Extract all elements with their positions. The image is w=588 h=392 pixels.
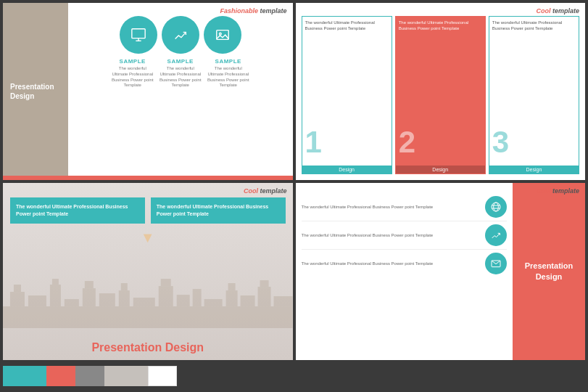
card4-right-panel: Presentation Design [513, 183, 585, 360]
card4-row2-text: The wonderful Ultimate Professional Busi… [302, 232, 481, 238]
card3-template-label: Cool template [244, 187, 287, 195]
card1-right-panel: Fashionable template [68, 3, 293, 180]
color-swatches [0, 363, 588, 389]
card1-circles [74, 16, 287, 54]
card-cool-top-right: Cool template The wonderful Ultimate Pro… [296, 3, 586, 180]
sample-col-2: SAMPLE The wonderful Ultimate Profession… [159, 58, 202, 89]
sample-desc-2: The wonderful Ultimate Professional Busi… [159, 66, 202, 89]
envelope-icon [490, 258, 502, 269]
card4-row1-text: The wonderful Ultimate Professional Busi… [302, 204, 481, 210]
swatch-lightgray [104, 366, 148, 386]
card-fashionable: Presentation Design Fashionable template [3, 3, 293, 180]
monitor-icon [131, 27, 146, 43]
card2-col3-text: The wonderful Ultimate Professional Busi… [492, 20, 576, 32]
swatch-teal [3, 366, 46, 386]
swatch-gray [75, 366, 104, 386]
card3-arrow-icon: ▼ [10, 229, 286, 246]
svg-rect-0 [132, 29, 145, 38]
card4-row3-text: The wonderful Ultimate Professional Busi… [302, 261, 481, 266]
card4-row-2: The wonderful Ultimate Professional Busi… [302, 224, 508, 250]
globe-icon [490, 201, 502, 213]
sample-desc-1: The wonderful Ultimate Professional Busi… [111, 66, 154, 89]
card3-box-2: The wonderful Ultimate Professional Busi… [151, 197, 286, 224]
main-grid: Presentation Design Fashionable template [0, 0, 588, 363]
card-cool-bottom-left: Cool template The wonderful Ultimate Pro… [3, 183, 293, 360]
trend-icon [490, 229, 502, 241]
card2-col1-text: The wonderful Ultimate Professional Busi… [305, 20, 389, 32]
card4-row-1: The wonderful Ultimate Professional Busi… [302, 196, 508, 221]
card1-left-panel: Presentation Design [3, 3, 68, 180]
card3-footer-title: Presentation Design [10, 341, 286, 354]
card3-content: Cool template The wonderful Ultimate Pro… [3, 183, 293, 360]
image-icon [215, 27, 231, 43]
card4-icon-circle-3 [485, 253, 507, 274]
swatch-coral [46, 366, 75, 386]
sample-label-1: SAMPLE [111, 58, 154, 65]
card-cool-bottom-right: Cool template The wonderful Ultimate Pro… [296, 183, 586, 360]
card2-columns: The wonderful Ultimate Professional Busi… [302, 16, 580, 174]
card1-bottom-strip [3, 176, 293, 180]
card2-design-btn-1: Design [302, 166, 392, 173]
card2-template-label: Cool template [536, 7, 579, 15]
circle-image [204, 16, 241, 54]
sample-label-2: SAMPLE [159, 58, 202, 65]
card4-right-title: Presentation Design [520, 261, 578, 283]
svg-point-29 [492, 203, 500, 211]
svg-point-30 [494, 203, 499, 211]
card2-design-btn-3: Design [489, 166, 579, 173]
card1-samples: SAMPLE The wonderful Ultimate Profession… [74, 58, 287, 89]
card2-num-1: 1 [305, 127, 322, 158]
sample-desc-3: The wonderful Ultimate Professional Busi… [207, 66, 250, 89]
card2-col-1: The wonderful Ultimate Professional Busi… [302, 16, 392, 174]
sample-col-3: SAMPLE The wonderful Ultimate Profession… [207, 58, 250, 89]
card4-template-label: Cool template [536, 187, 579, 195]
card2-num-2: 2 [399, 127, 415, 158]
card1-title: Presentation Design [10, 82, 61, 101]
card3-box-1: The wonderful Ultimate Professional Busi… [10, 197, 145, 224]
sample-label-3: SAMPLE [207, 58, 250, 65]
sample-col-1: SAMPLE The wonderful Ultimate Profession… [111, 58, 154, 89]
swatch-white [148, 366, 177, 386]
card2-num-3: 3 [492, 127, 509, 158]
circle-monitor [120, 16, 157, 54]
svg-point-4 [219, 33, 221, 35]
card4-icon-circle-2 [485, 224, 507, 246]
card1-template-label: Fashionable template [220, 7, 286, 15]
card2-col-3: The wonderful Ultimate Professional Busi… [489, 16, 579, 174]
card4-row-3: The wonderful Ultimate Professional Busi… [302, 253, 508, 277]
card3-boxes: The wonderful Ultimate Professional Busi… [10, 197, 286, 224]
card4-left-panel: Cool template The wonderful Ultimate Pro… [296, 183, 513, 360]
card2-design-btn-2: Design [396, 166, 485, 173]
card2-col-2: The wonderful Ultimate Professional Busi… [395, 16, 486, 174]
chart-icon [173, 27, 189, 43]
circle-chart [162, 16, 199, 54]
card2-col2-text: The wonderful Ultimate Professional Busi… [399, 20, 482, 32]
card4-icon-circle-1 [485, 196, 507, 218]
